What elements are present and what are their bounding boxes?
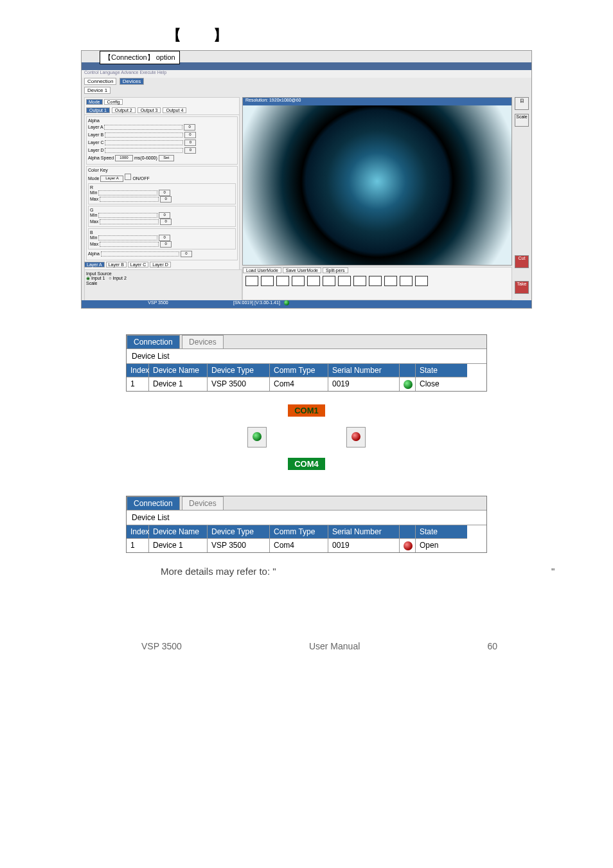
r-min-value[interactable]: 0 [159,190,170,196]
mode-label: Mode [88,176,100,181]
mode-tab[interactable]: Mode [86,99,103,105]
layout-icon[interactable] [323,276,335,286]
devices-tab[interactable]: Devices [182,335,224,348]
th-index: Index [127,364,148,377]
layout-icon[interactable] [245,276,258,286]
alpha-label2: Alpha [88,251,100,256]
onoff-checkbox[interactable] [125,174,131,180]
layerA-tab[interactable]: Layer A [84,262,105,267]
input-source-heading: Input Source [86,271,240,276]
th-sn: Serial Number [328,525,399,539]
td-comm: Com4 [270,539,328,552]
status-led-icon [284,300,289,305]
scale-button[interactable]: Scale [515,114,529,127]
led-red-box [346,427,366,448]
layout-icon[interactable] [384,276,397,286]
layer-b-slider[interactable] [105,132,183,138]
layer-a-slider[interactable] [104,125,182,130]
layout-icon[interactable] [261,276,274,286]
ck-alpha-value[interactable]: 0 [181,251,192,257]
config-tab[interactable]: Config [104,99,122,105]
output1-tab[interactable]: Output 1 [86,107,110,113]
layer-b-label: Layer B [88,132,103,137]
set-button[interactable]: Set [159,155,174,161]
td-index: 1 [127,539,148,552]
output2-tab[interactable]: Output 2 [112,107,136,113]
r-max-slider[interactable] [100,197,159,202]
g-max-label: Max [90,219,98,224]
mode-select[interactable]: Layer A [100,176,123,182]
com1-button[interactable]: COM1 [288,404,325,417]
split-pers-btn[interactable]: Split-pers [323,267,348,273]
devices-tab[interactable]: Devices [120,78,144,85]
layer-c-slider[interactable] [105,140,183,145]
g-min-slider[interactable] [98,213,157,218]
grid-icon[interactable]: 目 [515,97,529,110]
r-max-value[interactable]: 0 [160,196,172,203]
output4-tab[interactable]: Output 4 [163,107,186,113]
layout-icon[interactable] [353,276,366,286]
bracket-right: 】 [213,27,227,43]
td-index: 1 [127,377,148,390]
layout-icon[interactable] [338,276,351,286]
alpha-speed-label: Alpha Speed [88,156,114,160]
connection-tab[interactable]: Connection [127,335,180,348]
layer-a-value[interactable]: 0 [184,124,195,131]
layout-icon[interactable] [369,276,382,286]
g-max-value[interactable]: 0 [160,219,172,225]
th-sn: Serial Number [328,364,399,377]
td-name: Device 1 [149,377,207,390]
th-comm: Comm Type [270,525,328,539]
td-sn: 0019 [328,539,399,552]
b-max-value[interactable]: 0 [160,241,172,248]
input2-radio-label[interactable]: Input 2 [112,276,126,280]
g-max-slider[interactable] [100,219,159,224]
status-sn: [SN:0019] [V:3.00-1.41] [233,300,280,305]
take-button[interactable]: Take [515,281,529,294]
g-min-value[interactable]: 0 [159,212,170,219]
b-max-slider[interactable] [100,242,159,247]
layout-icon[interactable] [415,276,428,286]
load-usermode-btn[interactable]: Load UserMode [243,267,281,273]
b-max-label: Max [90,242,98,246]
td-comm: Com4 [270,377,328,390]
layout-icon[interactable] [292,276,305,286]
connection-tab[interactable]: Connection [84,78,116,85]
device-table-close: Connection Devices Device List Index1 De… [126,334,487,392]
th-name: Device Name [149,364,207,377]
preview-titlebar: Resolution: 1920x1080@60 [243,98,511,105]
layer-d-value[interactable]: 0 [184,147,196,154]
b-label: B [90,230,234,235]
layer-d-label: Layer D [88,148,104,152]
layer-b-value[interactable]: 0 [184,132,196,138]
th-state: State [416,525,467,539]
layerC-tab[interactable]: Layer C [128,262,149,267]
device-table-open: Connection Devices Device List Index1 De… [126,496,487,553]
layerB-tab[interactable]: Layer B [106,262,127,267]
layer-d-slider[interactable] [105,148,183,153]
b-min-value[interactable]: 0 [159,235,170,241]
device1-tab[interactable]: Device 1 [84,87,111,94]
connection-tab[interactable]: Connection [127,496,180,510]
com4-button[interactable]: COM4 [288,458,325,470]
layerD-tab[interactable]: Layer D [150,262,171,267]
layout-icon[interactable] [307,276,320,286]
footer-title: User Manual [309,641,360,651]
devices-tab[interactable]: Devices [182,496,224,510]
output3-tab[interactable]: Output 3 [138,107,161,113]
led-green-icon [253,432,262,441]
layer-a-label: Layer A [88,125,103,129]
status-led-green-icon [404,380,413,389]
th-state: State [416,364,467,377]
input1-radio-label[interactable]: Input 1 [91,276,105,280]
b-min-slider[interactable] [98,235,157,240]
save-usermode-btn[interactable]: Save UserMode [283,267,321,273]
layout-icon[interactable] [276,276,289,286]
alpha-speed-input[interactable]: 1000 [115,155,133,161]
r-min-slider[interactable] [98,190,157,195]
ck-alpha-slider[interactable] [101,251,179,257]
layout-icon[interactable] [400,276,413,286]
layer-c-value[interactable]: 0 [184,140,196,146]
cut-button[interactable]: Cut [515,255,529,268]
colorkey-heading: Color Key [88,168,236,172]
